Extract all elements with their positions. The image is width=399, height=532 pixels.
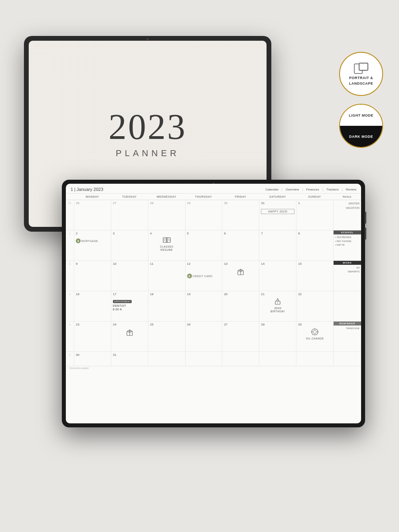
classes-resume-label: CLASSESRESUME xyxy=(150,245,184,252)
cell-jan1: 1 xyxy=(296,200,333,230)
header-sunday: SUNDAY xyxy=(296,194,333,200)
portrait-landscape-label2: LANDSCAPE xyxy=(349,81,373,85)
book-icon xyxy=(150,237,184,244)
dark-mode-half: DARK MODE xyxy=(340,126,382,147)
cell-dec28: 28 xyxy=(148,200,185,230)
cell-empty5 xyxy=(296,352,333,366)
side-button-1 xyxy=(365,212,366,224)
portrait-landscape-label: PORTRAIT & xyxy=(349,76,373,80)
cell-jan9: 9 xyxy=(74,261,111,291)
reminder-header: REMINDER xyxy=(334,322,361,326)
nav-trackers[interactable]: Trackers xyxy=(326,188,339,191)
oil-change-label: OIL CHANGE xyxy=(298,337,332,340)
cell-jan12: 12 $ CREDIT CARD xyxy=(185,261,222,291)
credit-card-event: $ CREDIT CARD xyxy=(187,274,221,278)
orientation-icon xyxy=(354,62,369,74)
planner-title: PLANNER xyxy=(116,148,180,159)
week-5: 5 xyxy=(66,352,74,366)
school-notes-content: • TEXTBOOKS • PAY TUITION • GET ID xyxy=(334,234,361,248)
notes-col-row1: WINTERVACATION xyxy=(333,200,361,230)
cell-jan2: 2 $ MORTGAGE xyxy=(74,230,111,260)
month-number: 1 xyxy=(71,187,73,192)
cell-jan28: 28 xyxy=(259,322,296,351)
camera-dot xyxy=(147,38,149,40)
cell-jan30: 30 xyxy=(74,352,111,366)
side-button-2 xyxy=(365,228,366,240)
notes-col-row4 xyxy=(333,291,361,321)
header-notes: Notes xyxy=(333,194,361,200)
svg-point-18 xyxy=(277,301,278,302)
package-event-jan24 xyxy=(113,330,146,337)
week-2: 2 xyxy=(66,261,74,291)
cell-jan26: 26 xyxy=(185,322,222,351)
svg-rect-1 xyxy=(359,63,368,70)
cell-jan24: 24 xyxy=(111,322,148,351)
cell-jan20: 20 xyxy=(222,291,259,321)
cell-jan31: 31 xyxy=(111,352,148,366)
portrait-landscape-badge: PORTRAIT & LANDSCAPE xyxy=(339,52,383,96)
cell-dec31: 31 HAPPY 2023! xyxy=(259,200,296,230)
week-num-header xyxy=(66,194,74,200)
birthday-icon xyxy=(261,298,294,306)
happy-new-year-event: HAPPY 2023! xyxy=(261,209,294,214)
header-thursday: THURSDAY xyxy=(185,194,222,200)
cell-jan18: 18 xyxy=(148,291,185,321)
cell-jan8: 8 xyxy=(296,230,333,260)
nav-overview[interactable]: Overview xyxy=(286,188,299,191)
classes-resume-event: CLASSESRESUME xyxy=(150,237,184,252)
svg-rect-3 xyxy=(163,238,166,242)
header-saturday: SATURDAY xyxy=(259,194,296,200)
cell-jan15: 15 xyxy=(296,261,333,291)
notes-col-row2: SCHOOL • TEXTBOOKS • PAY TUITION • GET I… xyxy=(333,230,361,260)
school-notes-section: SCHOOL • TEXTBOOKS • PAY TUITION • GET I… xyxy=(334,230,361,248)
cell-empty4 xyxy=(259,352,296,366)
calendar-row-week1: 1 2 $ MORTGAGE 3 4 xyxy=(66,230,361,261)
credit-card-label: CREDIT CARD xyxy=(193,275,213,278)
cell-jan17: 17 APPOINTMENT DENTIST8:00 A xyxy=(111,291,148,321)
svg-point-23 xyxy=(313,330,316,333)
calendar-header: 1 | January 2023 Calendar | Overview | F… xyxy=(66,184,361,194)
cell-jan25: 25 xyxy=(148,322,185,351)
light-mode-half: LIGHT MODE xyxy=(340,105,382,126)
mortgage-label: MORTGAGE xyxy=(81,240,98,242)
header-tuesday: TUESDAY xyxy=(111,194,148,200)
notes-col-row6 xyxy=(333,352,361,366)
calendar-navigation[interactable]: Calendar | Overview | Finances | Tracker… xyxy=(265,188,356,191)
copyright-text: ©DASHPLANNER xyxy=(66,366,361,370)
cell-jan10: 10 xyxy=(111,261,148,291)
work-header: WORK xyxy=(334,261,361,265)
week-52: 52 xyxy=(66,200,74,230)
day-headers-row: MONDAY TUESDAY WEDNESDAY THURSDAY FRIDAY… xyxy=(66,194,361,200)
cell-dec27: 27 xyxy=(111,200,148,230)
notes-col-row3: WORK Q4REPORTS xyxy=(333,261,361,291)
cell-empty1 xyxy=(148,352,185,366)
cell-jan27: 27 xyxy=(222,322,259,351)
planner-year: 2023 xyxy=(109,109,187,145)
nav-finances[interactable]: Finances xyxy=(306,188,319,191)
cell-jan7: 7 xyxy=(259,230,296,260)
nav-review[interactable]: Review xyxy=(346,188,356,191)
cell-jan19: 19 xyxy=(185,291,222,321)
cell-empty2 xyxy=(185,352,222,366)
mortgage-icon: $ xyxy=(76,238,81,243)
work-notes-content: Q4REPORTS xyxy=(334,265,361,275)
cell-dec26: 26 xyxy=(74,200,111,230)
month-name: January 2023 xyxy=(77,187,103,192)
appointment-tag: APPOINTMENT xyxy=(113,300,132,303)
work-notes-section: WORK Q4REPORTS xyxy=(334,261,361,275)
cell-dec29: 29 xyxy=(185,200,222,230)
oil-change-event: OIL CHANGE xyxy=(298,328,332,340)
cell-jan21: 21 JENSBIRTHDAY xyxy=(259,291,296,321)
credit-card-icon: $ xyxy=(187,274,192,278)
cell-jan29: 29 OIL CHANGE xyxy=(296,322,333,351)
nav-calendar[interactable]: Calendar xyxy=(265,188,278,191)
cell-dec30: 30 xyxy=(222,200,259,230)
cell-jan4: 4 xyxy=(148,230,185,260)
notes-col-row5: REMINDER TAXES DUE xyxy=(333,322,361,351)
package-event-jan13 xyxy=(224,269,257,277)
calendar-row-week3: 3 16 17 APPOINTMENT DENTIST8:00 A 18 19 … xyxy=(66,291,361,322)
cell-jan6: 6 xyxy=(222,230,259,260)
light-dark-badge: LIGHT MODE DARK MODE xyxy=(339,104,383,148)
cell-jan16: 16 xyxy=(74,291,111,321)
school-header: SCHOOL xyxy=(334,230,361,234)
